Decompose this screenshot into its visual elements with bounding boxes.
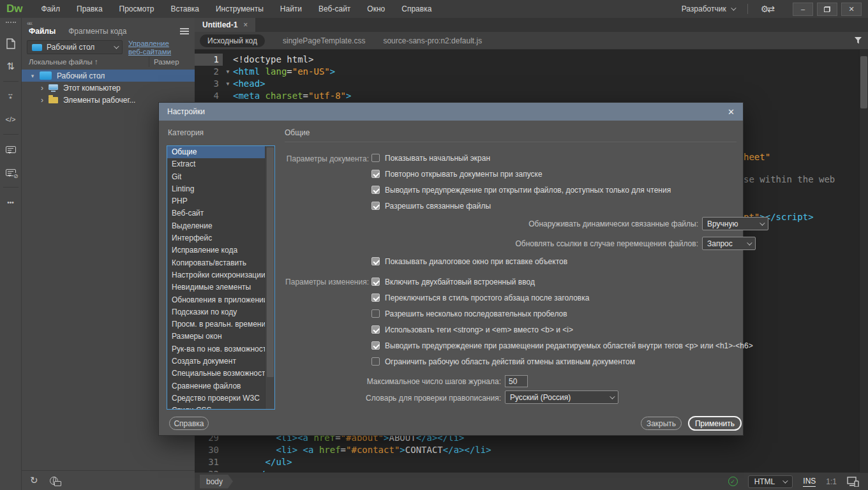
close-dialog-button[interactable]: Закрыть	[641, 417, 682, 430]
category-item[interactable]: Просм. в реальн. времени	[167, 318, 274, 330]
tree-row-computer[interactable]: › Этот компьютер	[22, 82, 195, 94]
category-item[interactable]: Интерфейс	[167, 232, 274, 244]
file-tool-button[interactable]	[0, 32, 22, 55]
dialog-close-icon[interactable]: ✕	[728, 107, 735, 117]
realtime-preview-icon[interactable]	[847, 477, 859, 487]
sync-settings-icon[interactable]: ⚙⇄	[752, 4, 782, 14]
menu-item-4[interactable]: Инструменты	[207, 0, 272, 18]
category-item[interactable]: Размеры окон	[167, 330, 274, 343]
line-number: 2	[195, 66, 223, 78]
checkbox-label: Включить двухбайтовый встроенный ввод	[385, 278, 535, 286]
more-tools-button[interactable]: •••	[0, 191, 22, 214]
refresh-icon[interactable]: ↻	[30, 475, 38, 486]
checkbox[interactable]	[371, 186, 380, 194]
category-item[interactable]: Обновления в приложении	[167, 294, 274, 306]
checkbox[interactable]	[371, 309, 380, 318]
line-number: 1	[195, 54, 223, 66]
document-tab[interactable]: Untitled-1 ×	[195, 18, 255, 32]
category-item[interactable]: PHP	[167, 195, 274, 207]
spelling-dict-select[interactable]: Русский (Россия)	[505, 390, 618, 404]
option-row: Переключиться в стиль простого абзаца по…	[371, 290, 753, 306]
column-divider[interactable]	[149, 57, 149, 67]
menu-item-1[interactable]: Правка	[68, 0, 111, 18]
manage-sites-link[interactable]: Управление веб-сайтами	[128, 40, 192, 56]
checkbox[interactable]	[371, 293, 380, 302]
checkbox[interactable]	[371, 202, 380, 210]
chevron-down-icon	[747, 240, 752, 245]
scrollbar-thumb[interactable]	[267, 147, 274, 377]
category-item[interactable]: Копировать/вставить	[167, 257, 274, 269]
collapse-icon[interactable]: ›	[38, 96, 46, 105]
checkbox[interactable]	[371, 257, 380, 265]
filter-icon[interactable]	[854, 36, 862, 45]
collapse-panel-icon[interactable]: ««	[27, 20, 31, 27]
menu-item-5[interactable]: Найти	[272, 0, 310, 18]
tree-label: Рабочий стол	[57, 71, 105, 80]
scrollbar-thumb[interactable]	[860, 56, 867, 108]
code-token	[233, 457, 266, 467]
minimize-button[interactable]: –	[793, 3, 813, 16]
checkbox[interactable]	[371, 341, 380, 350]
checkbox[interactable]	[371, 278, 380, 286]
comment-tool-button[interactable]	[0, 138, 22, 161]
category-label: Категория	[168, 128, 204, 137]
editor-scrollbar[interactable]	[859, 50, 868, 472]
help-button[interactable]: Справка	[169, 417, 209, 430]
drag-handle[interactable]	[6, 22, 16, 23]
close-tab-icon[interactable]: ×	[243, 20, 248, 29]
remove-comment-tool-button[interactable]	[0, 161, 22, 184]
checkbox[interactable]	[371, 154, 380, 162]
tab-snippets[interactable]: Фрагменты кода	[68, 27, 126, 36]
tab-files[interactable]: Файлы	[29, 27, 56, 36]
tag-selector-body[interactable]: body	[200, 475, 233, 489]
workspace-switcher[interactable]: Разработчик	[673, 4, 744, 13]
apply-button[interactable]: Применить	[688, 416, 742, 431]
divider	[747, 4, 748, 14]
history-steps-input[interactable]	[505, 375, 528, 387]
select-control[interactable]: Вручную	[702, 217, 768, 230]
category-item[interactable]: Рук-ва по нов. возможностям	[167, 343, 274, 355]
checkbox[interactable]	[371, 325, 380, 334]
checkbox[interactable]	[371, 357, 380, 366]
menu-item-3[interactable]: Вставка	[162, 0, 207, 18]
checkbox[interactable]	[371, 170, 380, 178]
related-file-source[interactable]: Исходный код	[200, 34, 265, 47]
select-control[interactable]: Запрос	[702, 237, 756, 250]
dialog-titlebar[interactable]: Настройки ✕	[159, 103, 743, 121]
sort-tool-button[interactable]: ⇅	[0, 55, 22, 78]
category-item[interactable]: Linting	[167, 183, 274, 195]
dreamweaver-window: Dw ФайлПравкаПросмотрВставкаИнструментыН…	[0, 0, 868, 490]
related-file-js[interactable]: source-sans-pro:n2:default.js	[383, 36, 482, 45]
site-select[interactable]: Рабочий стол	[27, 40, 123, 54]
tree-row-desktop[interactable]: ▾ Рабочий стол	[22, 70, 195, 82]
panel-menu-icon[interactable]	[180, 28, 189, 36]
collapse-icon[interactable]: ›	[38, 84, 46, 93]
column-local-files[interactable]: Локальные файлы ↑	[29, 58, 98, 66]
sync-status-icon[interactable]	[50, 477, 58, 485]
code-token: "en-US"	[292, 66, 330, 77]
expand-icon[interactable]: ▾	[28, 73, 37, 79]
restore-button[interactable]	[817, 3, 837, 16]
menu-item-2[interactable]: Просмотр	[111, 0, 163, 18]
menubar: Dw ФайлПравкаПросмотрВставкаИнструментыН…	[0, 0, 868, 18]
related-file-css[interactable]: singlePageTemplate.css	[283, 36, 365, 45]
menu-item-8[interactable]: Справка	[393, 0, 440, 18]
code-edit-tool-button[interactable]: </>	[0, 108, 22, 131]
close-button[interactable]: ✕	[841, 3, 862, 16]
doctype-select[interactable]: HTML	[748, 475, 793, 488]
category-item[interactable]: Стили CSS	[167, 405, 274, 410]
category-item[interactable]: Исправление кода	[167, 244, 274, 256]
site-select-value: Рабочий стол	[47, 43, 94, 52]
category-item[interactable]: Git	[167, 171, 274, 183]
menu-item-7[interactable]: Окно	[359, 0, 393, 18]
category-item[interactable]: Веб-сайт	[167, 207, 274, 219]
insert-mode-indicator[interactable]: INS	[803, 477, 816, 487]
menu-item-0[interactable]: Файл	[33, 0, 69, 18]
category-item[interactable]: Выделение	[167, 220, 274, 232]
menu-item-6[interactable]: Веб-сайт	[310, 0, 359, 18]
column-size[interactable]: Размер	[154, 58, 179, 66]
category-item[interactable]: Создать документ	[167, 355, 274, 368]
fold-arrow-icon	[223, 90, 233, 102]
category-item[interactable]: Подсказки по коду	[167, 306, 274, 318]
wrap-tool-button[interactable]: ↔ *	[0, 85, 22, 108]
